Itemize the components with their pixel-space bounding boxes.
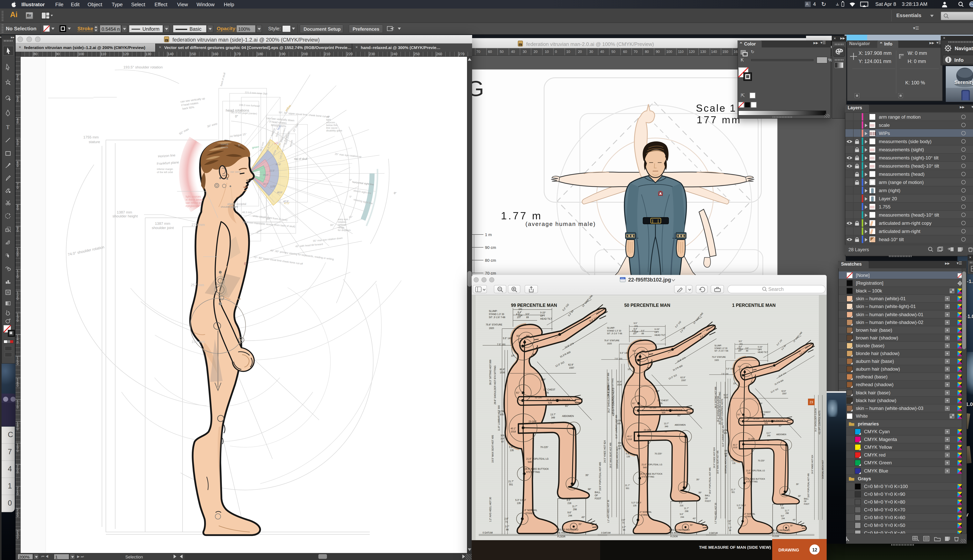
svg-text:90°: 90° — [665, 430, 668, 433]
svg-text:8.5": 8.5" — [679, 502, 683, 504]
svg-text:9.6": 9.6" — [567, 511, 572, 514]
svg-text:45° with head tilt forward: 45° with head tilt forward — [295, 243, 323, 248]
svg-text:43°: 43° — [693, 517, 696, 520]
svg-text:BALL: BALL — [705, 494, 710, 497]
svg-text:75.6" STATURE: 75.6" STATURE — [712, 356, 726, 358]
svg-text:70-225°: 70-225° — [654, 452, 662, 455]
svg-text:OF: OF — [804, 500, 807, 502]
svg-text:45°: 45° — [266, 217, 270, 220]
svg-text:1539: 1539 — [500, 371, 505, 374]
svg-text:19.5" MAX SEAT HGT 495: 19.5" MAX SEAT HGT 495 — [609, 443, 612, 468]
svg-text:0 DATUM: 0 DATUM — [709, 532, 718, 534]
svg-text:ARE AVERAGES.: ARE AVERAGES. — [771, 532, 787, 534]
svg-text:1755 mm: 1755 mm — [83, 135, 99, 139]
svg-text:135: 135 — [633, 504, 637, 507]
svg-text:43°: 43° — [582, 516, 585, 518]
svg-text:94: 94 — [623, 529, 625, 531]
svg-text:244: 244 — [568, 514, 572, 517]
svg-text:10°: 10° — [628, 368, 631, 370]
svg-text:1920: 1920 — [489, 327, 494, 330]
svg-text:61°: 61° — [632, 402, 635, 405]
svg-text:40.0°: 40.0° — [276, 163, 281, 166]
svg-text:135: 135 — [738, 507, 741, 509]
svg-text:STANCE: STANCE — [745, 515, 753, 518]
svg-text:light sources: light sources — [186, 195, 201, 198]
svg-text:3.8": 3.8" — [500, 437, 505, 440]
svg-text:4.2": 4.2" — [632, 330, 636, 332]
svg-text:549: 549 — [643, 466, 647, 468]
svg-text:SIT .3'-2.6' 7-66: SIT .3'-2.6' 7-66 — [489, 316, 505, 319]
svg-text:FOOT: FOOT — [804, 503, 809, 505]
svg-text:STAND 1.3' 33: STAND 1.3' 33 — [489, 313, 504, 316]
svg-text:1597: 1597 — [782, 393, 787, 395]
svg-text:39.3" SITTING HGT 999: 39.3" SITTING HGT 999 — [489, 360, 492, 385]
svg-text:shoulder height: shoulder height — [112, 214, 138, 218]
svg-text:89: 89 — [526, 316, 529, 319]
svg-text:298: 298 — [786, 512, 789, 514]
svg-text:hairline: hairline — [270, 128, 276, 137]
svg-text:89: 89 — [746, 350, 749, 352]
svg-text:DRAWING: DRAWING — [778, 548, 799, 552]
svg-text:97: 97 — [619, 447, 621, 450]
svg-text:97: 97 — [725, 455, 727, 457]
svg-text:94: 94 — [729, 529, 731, 532]
svg-text:35°: 35° — [585, 474, 589, 477]
svg-text:349: 349 — [551, 416, 555, 419]
svg-text:OPT: OPT — [758, 348, 762, 351]
svg-text:551: 551 — [509, 483, 513, 486]
svg-text:30° easy: 30° easy — [207, 122, 218, 128]
svg-text:5.3" CALF: 5.3" CALF — [515, 499, 526, 502]
svg-text:35°: 35° — [796, 483, 799, 485]
svg-text:FOOT: FOOT — [595, 497, 601, 500]
svg-text:551: 551 — [732, 491, 735, 493]
svg-text:35°: 35° — [696, 478, 700, 481]
svg-text:40.1": 40.1" — [733, 444, 737, 446]
svg-text:12: 12 — [812, 547, 818, 552]
svg-text:50°: 50° — [738, 365, 741, 368]
svg-text:40.1": 40.1" — [511, 427, 516, 430]
svg-text:216: 216 — [781, 507, 784, 509]
svg-text:279 mm: 279 mm — [192, 223, 205, 227]
svg-text:47.5°: 47.5° — [283, 200, 289, 203]
svg-text:11.8" LUMBAR HGT 300: 11.8" LUMBAR HGT 300 — [722, 425, 724, 447]
svg-text:HEAD TILT: HEAD TILT — [540, 318, 552, 320]
svg-text:yellow: yellow — [284, 104, 292, 112]
svg-text:26.5" KNEE BUTTOCK: 26.5" KNEE BUTTOCK — [640, 473, 662, 475]
svg-text:216: 216 — [680, 504, 684, 507]
svg-text:188°: 188° — [541, 378, 546, 381]
svg-text:STANCE: STANCE — [525, 512, 535, 515]
svg-text:rotation: rotation — [338, 220, 346, 223]
svg-text:70 cm: 70 cm — [485, 271, 496, 275]
svg-text:107: 107 — [633, 332, 637, 335]
svg-text:20.8" ELBOW FINGER: 20.8" ELBOW FINGER — [547, 398, 570, 401]
svg-text:top of skull: top of skull — [294, 157, 307, 160]
svg-text:135: 135 — [627, 455, 630, 458]
svg-text:Ai: Ai — [519, 44, 521, 46]
svg-text:244: 244 — [680, 516, 684, 518]
svg-text:40.0°: 40.0° — [277, 191, 283, 194]
svg-text:30°: 30° — [330, 223, 334, 227]
svg-text:89: 89 — [642, 332, 644, 335]
svg-text:1920: 1920 — [714, 359, 719, 361]
svg-text:21.6" POPLITEAL LG: 21.6" POPLITEAL LG — [642, 463, 662, 466]
svg-text:19.5" MAX SEAT HGT 495: 19.5" MAX SEAT HGT 495 — [717, 450, 719, 474]
svg-text:35° max eye rotation down: 35° max eye rotation down — [313, 237, 343, 242]
svg-text:50°, 55° upper visual limit, c: 50°, 55° upper visual limit, cheek bone … — [279, 111, 329, 118]
svg-text:38°: 38° — [588, 488, 591, 491]
svg-text:529: 529 — [548, 402, 552, 404]
svg-text:71: 71 — [622, 522, 624, 524]
svg-text:135: 135 — [510, 449, 514, 452]
svg-text:52-180°: 52-180° — [753, 418, 760, 420]
svg-text:305: 305 — [545, 392, 549, 394]
svg-text:40.1": 40.1" — [627, 435, 632, 438]
svg-text:60.6": 60.6" — [500, 368, 505, 371]
svg-text:ARE AVERAGES.: ARE AVERAGES. — [556, 532, 575, 534]
svg-text:5°: 5° — [349, 178, 352, 182]
svg-text:DORSAL ARCH HGT: DORSAL ARCH HGT — [822, 460, 824, 479]
svg-text:257 mm: 257 mm — [191, 283, 204, 287]
svg-text:7.5" 191: 7.5" 191 — [721, 373, 729, 375]
svg-text:3.7": 3.7" — [728, 527, 732, 529]
svg-text:90 cm: 90 cm — [485, 245, 496, 250]
svg-text:38°: 38° — [798, 495, 801, 497]
svg-text:1 PERCENTILE MAN: 1 PERCENTILE MAN — [732, 303, 776, 308]
